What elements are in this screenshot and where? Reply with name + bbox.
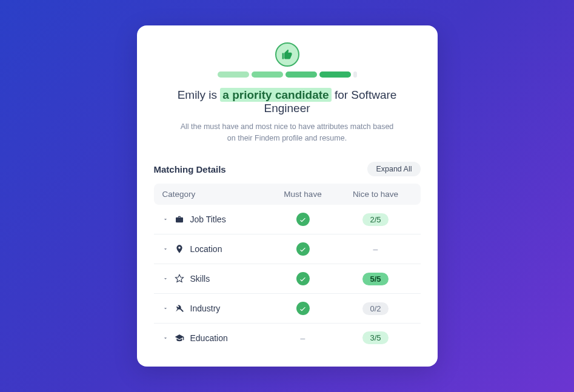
nice-to-have-pill: 5/5 xyxy=(362,273,388,285)
subtitle: All the must have and most nice to have … xyxy=(178,121,396,144)
expand-all-button[interactable]: Expand All xyxy=(367,162,420,176)
must-have-cell xyxy=(267,302,339,315)
details-header: Matching Details Expand All xyxy=(154,162,421,176)
check-icon xyxy=(296,272,310,285)
nice-to-have-cell: 2/5 xyxy=(339,213,412,226)
score-segments xyxy=(154,71,421,78)
dash-indicator: – xyxy=(301,333,305,343)
category-label: Industry xyxy=(190,304,221,313)
col-must-have: Must have xyxy=(267,190,339,199)
must-have-cell xyxy=(267,272,339,285)
row-label-cell: Job Titles xyxy=(162,214,267,224)
table-header: Category Must have Nice to have xyxy=(154,184,421,205)
pin-icon xyxy=(175,244,184,254)
chevron-down-icon[interactable] xyxy=(162,216,169,222)
star-icon xyxy=(175,274,184,284)
grad-icon xyxy=(175,333,184,343)
chevron-down-icon[interactable] xyxy=(162,246,169,252)
chevron-down-icon[interactable] xyxy=(162,276,169,282)
row-label-cell: Skills xyxy=(162,274,267,284)
score-seg-4 xyxy=(319,71,351,78)
row-label-cell: Location xyxy=(162,244,267,254)
category-label: Location xyxy=(190,244,222,254)
must-have-cell: – xyxy=(267,333,339,343)
col-nice-to-have: Nice to have xyxy=(339,190,412,199)
check-icon xyxy=(296,242,310,256)
chevron-down-icon[interactable] xyxy=(162,305,169,311)
table-row[interactable]: Education–3/5 xyxy=(154,324,421,352)
must-have-cell xyxy=(267,242,339,256)
briefcase-icon xyxy=(175,214,184,224)
col-category: Category xyxy=(162,190,267,199)
category-label: Education xyxy=(190,333,228,343)
row-label-cell: Industry xyxy=(162,304,267,313)
table-row[interactable]: Skills5/5 xyxy=(154,264,421,294)
table-row[interactable]: Industry0/2 xyxy=(154,294,421,324)
must-have-cell xyxy=(267,213,339,226)
nice-to-have-cell: 3/5 xyxy=(339,331,412,344)
row-label-cell: Education xyxy=(162,333,267,343)
table-body: Job Titles2/5Location–Skills5/5Industry0… xyxy=(154,205,421,352)
nice-to-have-cell: 0/2 xyxy=(339,302,412,315)
score-seg-2 xyxy=(252,71,283,78)
headline-highlight: a priority candidate xyxy=(220,88,331,102)
table-row[interactable]: Location– xyxy=(154,234,421,264)
chevron-down-icon[interactable] xyxy=(162,335,169,341)
nice-to-have-pill: 3/5 xyxy=(362,331,388,344)
nice-to-have-pill: 0/2 xyxy=(362,302,388,315)
category-label: Skills xyxy=(190,274,210,284)
candidate-summary-card: Emily is a priority candidate for Softwa… xyxy=(137,25,438,367)
score-seg-3 xyxy=(285,71,317,78)
nice-to-have-cell: – xyxy=(339,244,412,254)
nice-to-have-cell: 5/5 xyxy=(339,273,412,285)
headline: Emily is a priority candidate for Softwa… xyxy=(154,88,421,115)
check-icon xyxy=(296,213,310,226)
table-row[interactable]: Job Titles2/5 xyxy=(154,205,421,234)
nice-to-have-pill: 2/5 xyxy=(362,213,388,226)
score-seg-1 xyxy=(218,71,249,78)
score-seg-cap xyxy=(353,71,357,78)
dash-indicator: – xyxy=(373,244,378,254)
check-icon xyxy=(296,302,310,315)
tools-icon xyxy=(175,304,184,313)
thumbs-up-icon xyxy=(275,42,299,67)
details-title: Matching Details xyxy=(154,164,226,174)
thumb-wrap xyxy=(154,42,421,67)
category-label: Job Titles xyxy=(190,214,226,224)
headline-prefix: Emily is xyxy=(178,88,217,101)
